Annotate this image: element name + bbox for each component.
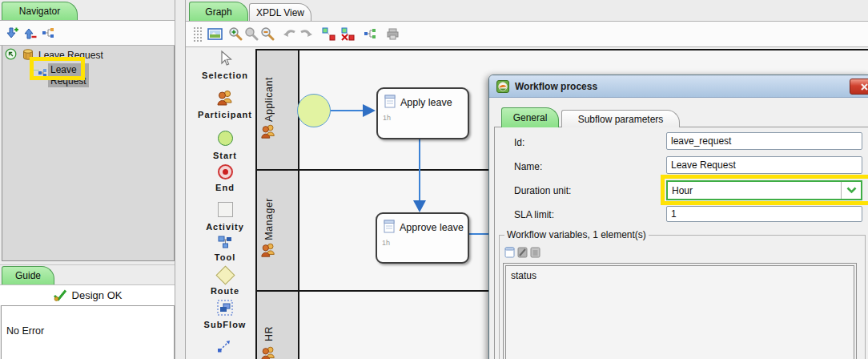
duration-unit-select[interactable]: Hour (666, 180, 862, 200)
palette-tool-label: Tool (191, 252, 259, 262)
navigator-tab[interactable]: Navigator (2, 2, 78, 20)
dialog-tab-subflow[interactable]: Subflow parameters (561, 110, 680, 127)
participant-icon (215, 95, 235, 109)
transition-icon (217, 342, 233, 356)
guide-status-row: Design OK (0, 284, 175, 305)
palette-participant-label: Participant (191, 110, 259, 119)
id-field-input[interactable] (666, 132, 862, 150)
remove-node-icon[interactable] (22, 25, 38, 41)
xpdl-view-tab[interactable]: XPDL View (249, 3, 311, 21)
palette-participant[interactable] (191, 89, 259, 110)
sla-limit-input[interactable] (666, 206, 862, 222)
workflow-variables-fieldset: Workflow variables, 1 element(s) status (499, 229, 866, 359)
add-node-icon[interactable] (4, 25, 20, 41)
lane-label-manager[interactable]: Manager (263, 198, 275, 240)
pool-top-border (255, 49, 868, 50)
lane-applicant-participant-icon (259, 123, 277, 143)
variables-list[interactable]: status (505, 265, 854, 359)
delete-variable-icon[interactable] (530, 247, 540, 261)
tree-view-icon[interactable] (40, 25, 56, 41)
transition-start-to-apply[interactable] (331, 110, 364, 111)
lane-label-hr[interactable]: HR (263, 326, 275, 341)
design-ok-check-icon (53, 289, 67, 301)
palette-start-label: Start (191, 151, 259, 160)
navigator-tab-label: Navigator (19, 6, 60, 17)
tool-icon (218, 238, 233, 252)
zoom-tool-icon[interactable] (243, 26, 259, 42)
tree-root-label: Leave Request (38, 50, 103, 61)
palette-end[interactable] (191, 163, 259, 180)
graph-toolbar (186, 21, 868, 47)
undo-icon[interactable] (282, 26, 298, 42)
id-field-label: Id: (514, 137, 524, 148)
route-icon (215, 265, 235, 284)
palette-subflow[interactable] (191, 300, 259, 319)
palette-selection[interactable] (191, 50, 259, 71)
palette-activity[interactable] (191, 202, 259, 220)
activity-icon (218, 202, 233, 217)
guide-tab[interactable]: Guide (2, 266, 54, 284)
delete-nodes-icon[interactable] (340, 26, 356, 42)
tree-layout-icon[interactable] (362, 26, 378, 42)
name-field-label: Name: (514, 161, 542, 172)
close-icon (861, 83, 868, 91)
dialog-tab-general-label: General (513, 112, 548, 123)
navigator-tree: Leave Request Leave Request (2, 45, 175, 261)
start-node[interactable] (297, 94, 331, 127)
tree-child-label: Leave Request (48, 63, 89, 87)
palette-route[interactable] (191, 266, 259, 285)
node-label: Approve leave (400, 222, 464, 233)
palette-tool[interactable] (191, 236, 259, 252)
panel-divider-left[interactable] (175, 0, 175, 359)
activity-node-approve-leave[interactable]: Approve leave 1h (376, 212, 469, 264)
workflow-variables-legend: Workflow variables, 1 element(s) (504, 229, 649, 240)
workflow-node-icon (38, 66, 46, 80)
dialog-tab-subflow-label: Subflow parameters (578, 114, 664, 125)
guide-status-label: Design OK (72, 289, 123, 301)
graph-tab[interactable]: Graph (189, 2, 248, 21)
pointer-marker-icon (5, 48, 17, 63)
activity-node-apply-leave[interactable]: Apply leave 1h (376, 87, 469, 139)
lane-manager-participant-icon (259, 242, 277, 261)
palette-selection-label: Selection (191, 71, 259, 80)
new-variable-icon[interactable] (504, 247, 515, 261)
app-window: Navigator Leave Request (0, 0, 868, 359)
duration-unit-label: Duration unit: (514, 185, 571, 196)
xpdl-view-tab-label: XPDL View (256, 7, 304, 18)
guide-message: No Error (6, 325, 44, 337)
transition-apply-to-approve[interactable] (419, 136, 420, 201)
close-button[interactable] (850, 79, 868, 95)
palette-activity-label: Activity (191, 222, 259, 232)
sla-limit-label: SLA limit: (514, 209, 554, 220)
snapshot-icon[interactable] (207, 26, 223, 42)
zoom-out-icon[interactable] (259, 26, 275, 42)
end-icon (218, 164, 233, 180)
transition-approve-out[interactable] (466, 233, 490, 235)
palette-transition[interactable] (191, 337, 259, 357)
lane-label-applicant[interactable]: Applicant (263, 77, 275, 122)
name-field-input[interactable] (666, 156, 862, 174)
task-doc-icon (384, 220, 395, 236)
node-label: Apply leave (400, 97, 452, 108)
workflow-process-dialog: Workflow process General Subflow paramet… (488, 75, 868, 359)
variable-item[interactable]: status (506, 266, 854, 281)
palette-start[interactable] (191, 131, 259, 149)
task-doc-icon (384, 95, 396, 111)
duration-unit-value: Hour (668, 185, 841, 196)
node-duration: 1h (382, 239, 390, 247)
guide-message-box: No Error (1, 305, 175, 359)
arrowhead-right-icon (363, 104, 376, 117)
zoom-in-icon[interactable] (227, 26, 243, 42)
align-nodes-icon[interactable] (320, 26, 336, 42)
lane-header-border (298, 49, 299, 359)
dialog-tab-general[interactable]: General (501, 107, 559, 127)
node-duration: 1h (383, 114, 391, 122)
edit-variable-icon[interactable] (517, 247, 528, 261)
export-icon[interactable] (384, 26, 400, 42)
palette-end-label: End (191, 183, 259, 192)
redo-icon[interactable] (298, 26, 314, 42)
dialog-titlebar[interactable]: Workflow process (489, 75, 868, 98)
selection-cursor-icon (217, 56, 233, 70)
toolbar-drag-handle[interactable] (193, 26, 203, 42)
dialog-app-icon (496, 80, 509, 96)
